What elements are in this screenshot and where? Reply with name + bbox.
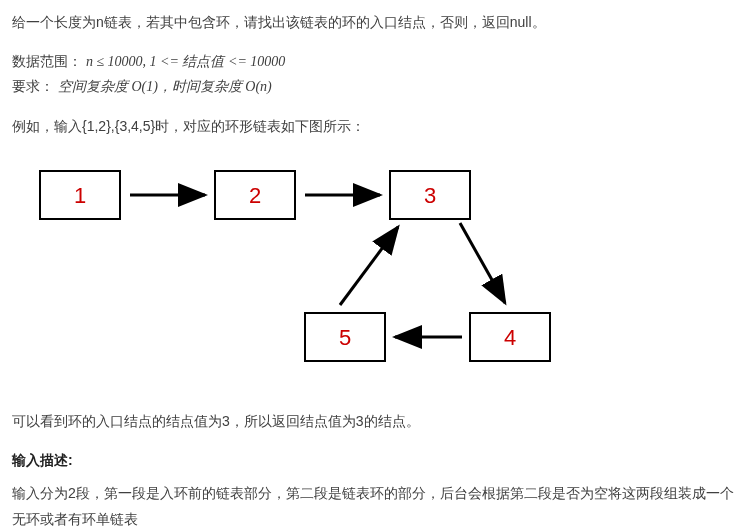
require-prefix: 要求： bbox=[12, 78, 54, 94]
node-label-1: 1 bbox=[74, 183, 86, 208]
linked-list-diagram: 1 2 3 4 5 bbox=[30, 153, 737, 391]
input-desc-title: 输入描述: bbox=[12, 448, 737, 473]
arrow-5-3 bbox=[340, 227, 398, 305]
node-label-3: 3 bbox=[424, 183, 436, 208]
observation-text: 可以看到环的入口结点的结点值为3，所以返回结点值为3的结点。 bbox=[12, 409, 737, 434]
range-formula: n ≤ 10000, 1 <= 结点值 <= 10000 bbox=[86, 54, 285, 69]
node-label-4: 4 bbox=[504, 325, 516, 350]
example-prefix: 例如，输入{1,2},{3,4,5}时，对应的环形链表如下图所示： bbox=[12, 114, 737, 139]
node-label-2: 2 bbox=[249, 183, 261, 208]
require-text: 空间复杂度 O(1)，时间复杂度 O(n) bbox=[58, 79, 272, 94]
arrow-3-4 bbox=[460, 223, 505, 303]
range-prefix: 数据范围： bbox=[12, 53, 82, 69]
input-desc-text: 输入分为2段，第一段是入环前的链表部分，第二段是链表环的部分，后台会根据第二段是… bbox=[12, 481, 737, 529]
problem-intro: 给一个长度为n链表，若其中包含环，请找出该链表的环的入口结点，否则，返回null… bbox=[12, 10, 737, 35]
node-label-5: 5 bbox=[339, 325, 351, 350]
constraints-block: 数据范围： n ≤ 10000, 1 <= 结点值 <= 10000 要求： 空… bbox=[12, 49, 737, 99]
